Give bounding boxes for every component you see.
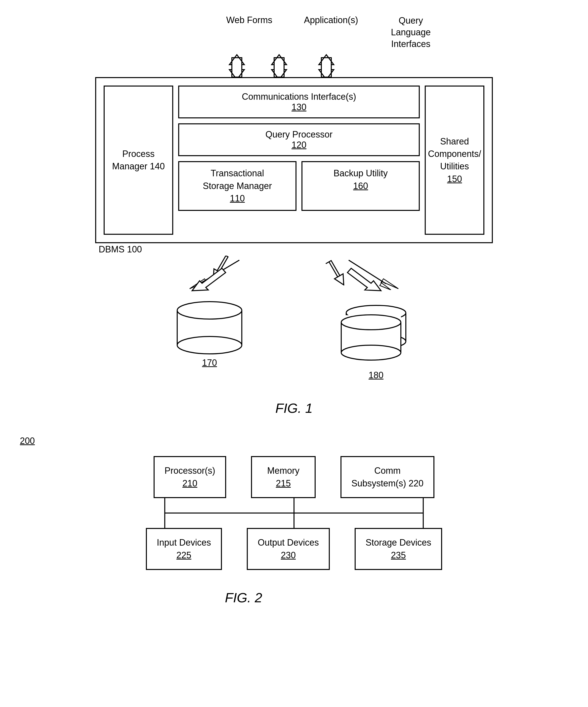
svg-point-18: [177, 302, 242, 319]
tsm-ref: 110: [230, 193, 245, 203]
center-column: Communications Interface(s) 130 Query Pr…: [178, 86, 420, 235]
svg-point-28: [341, 315, 401, 330]
tsm-box: TransactionalStorage Manager 110: [178, 161, 296, 211]
top-arrows-svg: [95, 52, 493, 77]
process-manager-text: ProcessManager 140: [112, 148, 165, 173]
dbms-bottom-section: 170: [95, 256, 493, 380]
clean-arrows-svg: [95, 262, 493, 295]
applications-label: Application(s): [304, 15, 354, 50]
svg-marker-14: [347, 268, 381, 291]
fig2-diagram: Processor(s) 210 Memory 215 CommSubsyste…: [70, 456, 518, 570]
db180-label: 180: [369, 370, 383, 380]
databases-row: 170: [95, 298, 493, 380]
db180-cylinder: [339, 298, 413, 370]
input-devices-box: Input Devices 225: [146, 528, 222, 570]
output-devices-box: Output Devices 230: [247, 528, 330, 570]
fig2-top-row: Processor(s) 210 Memory 215 CommSubsyste…: [70, 456, 518, 498]
db170-label: 170: [202, 358, 217, 368]
storage-devices-ref: 235: [391, 550, 406, 560]
fig2-caption: FIG. 2: [20, 590, 467, 605]
fig1-container: Web Forms Application(s) Query LanguageI…: [20, 15, 568, 416]
query-language-label: Query LanguageInterfaces: [383, 15, 438, 50]
svg-point-19: [177, 336, 242, 354]
shared-components-box: SharedComponents/Utilities 150: [425, 86, 484, 235]
output-devices-ref: 230: [281, 550, 296, 560]
dbms-label: DBMS 100: [99, 244, 142, 255]
storage-devices-box: Storage Devices 235: [355, 528, 442, 570]
process-manager-box: ProcessManager 140: [104, 86, 173, 235]
backup-utility-box: Backup Utility 160: [301, 161, 420, 211]
query-processor-ref: 120: [292, 140, 306, 150]
shared-ref: 150: [447, 174, 462, 184]
svg-point-29: [341, 345, 401, 360]
memory-box: Memory 215: [251, 456, 316, 498]
processors-box: Processor(s) 210: [154, 456, 226, 498]
processors-ref: 210: [182, 478, 197, 489]
fig1-caption: FIG. 1: [275, 400, 313, 416]
memory-ref: 215: [276, 478, 291, 489]
fig2-ref-label: 200: [20, 436, 35, 446]
comm-interface-text: Communications Interface(s): [242, 92, 356, 102]
db180-group: 180: [339, 298, 413, 380]
dbms-outer-box: ProcessManager 140 Communications Interf…: [95, 77, 493, 243]
backup-ref: 160: [353, 181, 368, 191]
query-processor-text: Query Processor: [265, 129, 333, 139]
comm-subsystem-box: CommSubsystem(s) 220: [340, 456, 434, 498]
db170-cylinder: [175, 298, 244, 358]
comm-interface-ref: 130: [292, 102, 306, 112]
input-devices-ref: 225: [177, 550, 191, 560]
svg-marker-13: [192, 268, 226, 291]
query-processor-box: Query Processor 120: [178, 123, 420, 156]
fig2-container: 200 Processor(s) 210 Memory 215 CommSubs…: [20, 436, 568, 605]
bottom-boxes: TransactionalStorage Manager 110 Backup …: [178, 161, 420, 211]
web-forms-label: Web Forms: [224, 15, 274, 50]
db170-group: 170: [175, 298, 244, 380]
shared-components-text: SharedComponents/Utilities 150: [428, 135, 481, 186]
comm-interface-box: Communications Interface(s) 130: [178, 86, 420, 119]
fig2-bottom-row: Input Devices 225 Output Devices 230 Sto…: [70, 528, 518, 570]
fig2-lines-svg: [120, 498, 468, 528]
